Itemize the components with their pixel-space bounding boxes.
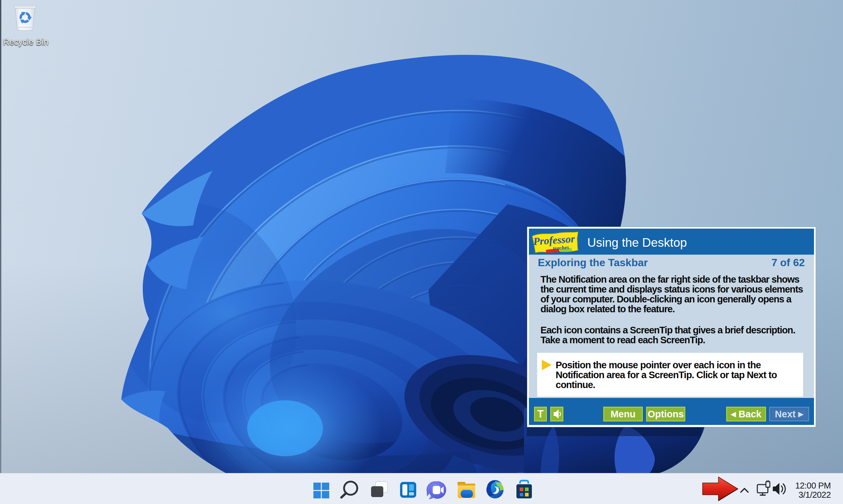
svg-text:teaches: teaches [553, 245, 569, 251]
